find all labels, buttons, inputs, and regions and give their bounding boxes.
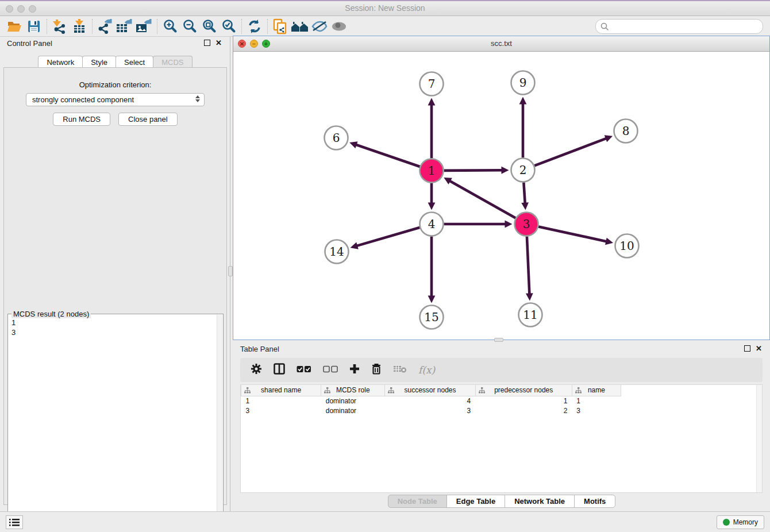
edge-2-3[interactable]: [523, 182, 525, 203]
optimization-criterion-label: Optimization criterion:: [4, 80, 226, 89]
import-table-icon[interactable]: [70, 18, 89, 35]
node-14[interactable]: 14: [325, 240, 349, 264]
cell-successor-nodes[interactable]: 3: [385, 406, 475, 415]
tab-select[interactable]: Select: [116, 56, 153, 68]
float-panel-icon[interactable]: [204, 40, 210, 46]
tab-motifs[interactable]: Motifs: [574, 495, 615, 508]
node-11[interactable]: 11: [519, 303, 542, 327]
save-session-icon[interactable]: [24, 18, 44, 35]
open-file-icon[interactable]: [5, 18, 24, 35]
hierarchy-icon: [388, 387, 394, 394]
node-6[interactable]: 6: [325, 126, 348, 150]
cell-MCDS-role[interactable]: dominator: [321, 396, 385, 406]
column-header-MCDS-role[interactable]: MCDS role: [321, 385, 385, 396]
table-scrollbar[interactable]: [756, 385, 762, 492]
delete-column-icon[interactable]: [371, 363, 382, 377]
delete-table-icon[interactable]: [393, 364, 407, 376]
add-column-icon[interactable]: [349, 364, 360, 376]
edge-3-11[interactable]: [527, 236, 529, 294]
edge-2-8[interactable]: [534, 138, 607, 166]
cell-MCDS-role[interactable]: dominator: [321, 406, 385, 415]
zoom-out-icon[interactable]: [180, 18, 199, 35]
task-history-button[interactable]: [6, 515, 23, 529]
node-3[interactable]: 3: [515, 213, 538, 236]
search-input[interactable]: [595, 19, 763, 34]
cell-name[interactable]: 1: [572, 396, 621, 406]
node-15[interactable]: 15: [420, 306, 444, 329]
cell-shared-name[interactable]: 1: [241, 396, 321, 406]
edge-arrow-icon: [521, 202, 529, 210]
new-network-from-selection-icon[interactable]: [271, 18, 290, 35]
column-layout-icon[interactable]: [274, 363, 285, 377]
zoom-in-icon[interactable]: [160, 18, 180, 35]
node-7[interactable]: 7: [420, 72, 444, 96]
search-icon: [600, 22, 609, 31]
column-header-predecessor-nodes[interactable]: predecessor nodes: [475, 385, 572, 396]
tab-mcds[interactable]: MCDS: [153, 56, 192, 68]
export-network-icon[interactable]: [95, 18, 115, 35]
node-label: 2: [519, 163, 527, 177]
tab-edge-table[interactable]: Edge Table: [446, 495, 505, 508]
network-canvas[interactable]: 7968124314101511: [233, 52, 769, 340]
cell-predecessor-nodes[interactable]: 1: [475, 396, 572, 406]
tab-network-table[interactable]: Network Table: [505, 495, 575, 508]
network-titlebar: ✕ − + scc.txt: [233, 36, 769, 52]
cell-name[interactable]: 3: [572, 406, 621, 415]
close-panel-icon[interactable]: ✕: [215, 40, 222, 46]
import-network-icon[interactable]: [50, 18, 70, 35]
memory-button[interactable]: Memory: [717, 515, 764, 529]
table-row[interactable]: 3dominator323: [241, 406, 621, 415]
network-view-window: ✕ − + scc.txt 7968124314101511: [233, 36, 770, 340]
tab-node-table[interactable]: Node Table: [388, 495, 447, 508]
column-header-shared-name[interactable]: shared name: [241, 385, 321, 396]
function-builder-icon[interactable]: f(x): [418, 364, 435, 376]
table-panel-window-buttons: ✕: [744, 345, 762, 352]
edge-arrow-icon: [428, 98, 436, 106]
select-all-icon[interactable]: [297, 365, 311, 375]
edge-3-10[interactable]: [538, 227, 607, 242]
show-all-icon[interactable]: [329, 18, 349, 35]
close-panel-button[interactable]: Close panel: [118, 113, 178, 126]
edge-3-1[interactable]: [449, 180, 515, 218]
zoom-fit-icon[interactable]: [199, 18, 219, 35]
close-table-panel-icon[interactable]: ✕: [756, 345, 762, 352]
cell-shared-name[interactable]: 3: [241, 406, 321, 415]
node-9[interactable]: 9: [511, 71, 535, 95]
hierarchy-icon: [575, 387, 582, 394]
zoom-selected-icon[interactable]: [219, 18, 238, 35]
vertical-splitter-handle[interactable]: [228, 266, 233, 276]
node-8[interactable]: 8: [614, 119, 638, 143]
mcds-buttons-row: Run MCDS Close panel: [4, 113, 226, 126]
node-label: 3: [523, 217, 530, 231]
run-mcds-button[interactable]: Run MCDS: [53, 113, 110, 126]
tab-network[interactable]: Network: [38, 56, 83, 68]
edge-1-6[interactable]: [356, 145, 420, 167]
column-header-successor-nodes[interactable]: successor nodes: [385, 385, 475, 396]
settings-gear-icon[interactable]: [251, 363, 262, 377]
deselect-all-icon[interactable]: [323, 365, 338, 375]
node-label: 6: [333, 131, 340, 145]
export-image-icon[interactable]: [134, 18, 154, 35]
table-row[interactable]: 1dominator411: [241, 396, 621, 406]
horizontal-splitter-handle[interactable]: [494, 338, 503, 342]
node-4[interactable]: 4: [420, 213, 444, 236]
first-neighbors-icon[interactable]: [290, 18, 310, 35]
edge-4-14[interactable]: [356, 228, 419, 246]
result-scrollbar[interactable]: [217, 315, 222, 532]
node-2[interactable]: 2: [511, 159, 535, 182]
node-table[interactable]: shared nameMCDS rolesuccessor nodesprede…: [241, 385, 621, 415]
node-10[interactable]: 10: [615, 234, 639, 258]
refresh-icon[interactable]: [245, 18, 264, 35]
tab-style[interactable]: Style: [82, 56, 116, 68]
memory-label: Memory: [733, 518, 758, 526]
export-table-icon[interactable]: [115, 18, 134, 35]
cell-successor-nodes[interactable]: 4: [385, 396, 475, 406]
hide-selected-icon[interactable]: [310, 18, 329, 35]
cell-predecessor-nodes[interactable]: 2: [475, 406, 572, 415]
float-table-panel-icon[interactable]: [744, 345, 750, 352]
node-1[interactable]: 1: [420, 159, 444, 183]
edge-1-2[interactable]: [444, 170, 502, 171]
criterion-select[interactable]: strongly connected component: [26, 93, 205, 106]
control-panel-window-buttons: ✕: [204, 40, 222, 46]
column-header-name[interactable]: name: [572, 385, 621, 396]
